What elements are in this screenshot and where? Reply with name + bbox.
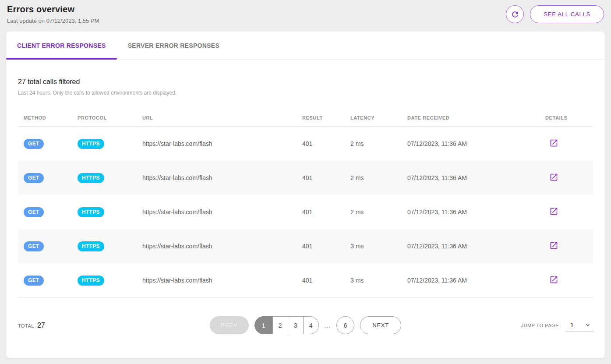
date-received-cell: 07/12/2023, 11:36 AM [402, 243, 540, 250]
next-page-button[interactable]: NEXT [360, 316, 401, 334]
date-received-cell: 07/12/2023, 11:36 AM [402, 209, 540, 216]
result-cell: 401 [297, 243, 345, 250]
total-section: TOTAL 27 [18, 322, 210, 329]
protocol-badge: HTTPS [78, 139, 104, 149]
prev-page-button[interactable]: PREV [210, 316, 249, 334]
table-body: GET HTTPS https://star-labs.com/flash 40… [18, 127, 593, 297]
column-header-result: RESULT [297, 115, 345, 120]
page-button-6[interactable]: 6 [336, 316, 354, 334]
refresh-button[interactable] [506, 5, 524, 23]
open-details-button[interactable] [549, 275, 558, 284]
method-badge: GET [24, 139, 44, 149]
filter-description-text: Last 24 hours. Only the calls to allowed… [18, 90, 593, 96]
result-cell: 401 [297, 174, 345, 181]
pagination: PREV 1 2 3 4 ... 6 NEXT [210, 316, 401, 334]
see-all-calls-button[interactable]: SEE ALL CALLS [530, 5, 604, 23]
page-title: Errors overview [7, 4, 99, 14]
open-details-button[interactable] [549, 173, 558, 182]
open-in-new-icon [549, 173, 558, 182]
open-in-new-icon [549, 207, 558, 216]
table-header-row: METHOD PROTOCOL URL RESULT LATENCY DATE … [18, 109, 593, 127]
chevron-down-icon [584, 322, 591, 329]
jump-to-page-label: JUMP TO PAGE [521, 323, 559, 328]
result-cell: 401 [297, 140, 345, 147]
tab-bar: CLIENT ERROR RESPONSES SERVER ERROR RESP… [6, 32, 605, 60]
column-header-latency: LATENCY [345, 115, 402, 120]
result-cell: 401 [297, 277, 345, 284]
jump-to-page-section: JUMP TO PAGE 1 [401, 319, 593, 332]
card-content: 27 total calls filtered Last 24 hours. O… [6, 60, 605, 358]
open-details-button[interactable] [549, 138, 558, 148]
table-row: GET HTTPS https://star-labs.com/flash 40… [18, 127, 593, 161]
date-received-cell: 07/12/2023, 11:36 AM [402, 174, 540, 181]
table-row: GET HTTPS https://star-labs.com/flash 40… [18, 263, 593, 297]
method-badge: GET [24, 276, 44, 286]
tab-client-error-responses[interactable]: CLIENT ERROR RESPONSES [6, 32, 117, 59]
header-actions: SEE ALL CALLS [506, 5, 604, 23]
table-row: GET HTTPS https://star-labs.com/flash 40… [18, 161, 593, 195]
method-badge: GET [24, 241, 44, 251]
latency-cell: 2 ms [345, 209, 402, 216]
protocol-badge: HTTPS [78, 241, 104, 251]
open-details-button[interactable] [549, 241, 558, 250]
open-details-button[interactable] [549, 207, 558, 216]
errors-card: CLIENT ERROR RESPONSES SERVER ERROR RESP… [6, 32, 605, 358]
protocol-badge: HTTPS [78, 173, 104, 183]
total-value: 27 [37, 322, 45, 329]
latency-cell: 3 ms [345, 243, 402, 250]
filter-summary: 27 total calls filtered Last 24 hours. O… [18, 78, 593, 96]
protocol-badge: HTTPS [78, 276, 104, 286]
table-row: GET HTTPS https://star-labs.com/flash 40… [18, 229, 593, 263]
page-number-group: 1 2 3 4 [254, 316, 319, 334]
last-update-text: Last update on 07/12/2023, 1:55 PM [7, 18, 99, 24]
url-cell: https://star-labs.com/flash [137, 174, 297, 181]
method-badge: GET [24, 207, 44, 217]
open-in-new-icon [549, 275, 558, 284]
latency-cell: 3 ms [345, 277, 402, 284]
jump-to-page-value: 1 [570, 322, 574, 329]
url-cell: https://star-labs.com/flash [137, 243, 297, 250]
date-received-cell: 07/12/2023, 11:36 AM [402, 277, 540, 284]
url-cell: https://star-labs.com/flash [137, 209, 297, 216]
page-button-1[interactable]: 1 [254, 316, 273, 334]
page-button-2[interactable]: 2 [272, 316, 288, 334]
protocol-badge: HTTPS [78, 207, 104, 217]
page-button-4[interactable]: 4 [303, 316, 319, 334]
tab-server-error-responses[interactable]: SERVER ERROR RESPONSES [117, 32, 230, 59]
url-cell: https://star-labs.com/flash [137, 140, 297, 147]
pagination-ellipsis: ... [325, 322, 331, 329]
total-calls-filtered-text: 27 total calls filtered [18, 78, 593, 86]
jump-to-page-select[interactable]: 1 [566, 319, 593, 332]
page-header: Errors overview Last update on 07/12/202… [0, 0, 611, 27]
table-footer: TOTAL 27 PREV 1 2 3 4 ... 6 NEXT JUMP TO… [18, 298, 593, 349]
page-button-3[interactable]: 3 [288, 316, 304, 334]
method-badge: GET [24, 173, 44, 183]
total-label: TOTAL [18, 323, 34, 329]
result-cell: 401 [297, 209, 345, 216]
column-header-date-received: DATE RECEIVED [402, 115, 540, 120]
column-header-details: DETAILS [540, 115, 593, 120]
calls-table: METHOD PROTOCOL URL RESULT LATENCY DATE … [18, 109, 593, 298]
page-header-text: Errors overview Last update on 07/12/202… [7, 4, 99, 24]
date-received-cell: 07/12/2023, 11:36 AM [402, 140, 540, 147]
latency-cell: 2 ms [345, 140, 402, 147]
column-header-url: URL [137, 115, 297, 120]
column-header-protocol: PROTOCOL [72, 115, 137, 120]
table-row: GET HTTPS https://star-labs.com/flash 40… [18, 195, 593, 229]
open-in-new-icon [549, 241, 558, 250]
url-cell: https://star-labs.com/flash [137, 277, 297, 284]
open-in-new-icon [549, 138, 558, 148]
column-header-method: METHOD [18, 115, 72, 120]
refresh-icon [511, 10, 519, 19]
latency-cell: 2 ms [345, 174, 402, 181]
